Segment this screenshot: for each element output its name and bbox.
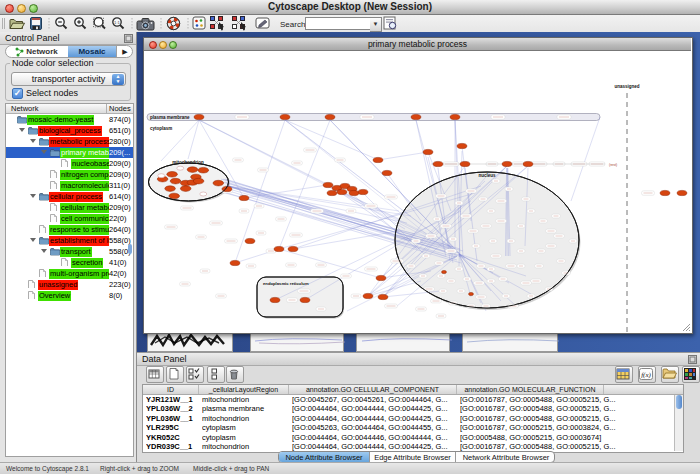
svg-text:cytoplasm: cytoplasm — [150, 126, 172, 131]
svg-text:endoplasmic reticulum: endoplasmic reticulum — [263, 281, 309, 286]
svg-text:unassigned: unassigned — [614, 84, 639, 89]
svg-text:(rest): (rest) — [609, 163, 617, 167]
svg-text:f(x): f(x) — [641, 371, 651, 379]
svg-text:1:1: 1:1 — [114, 20, 120, 25]
svg-text:plasma membrane: plasma membrane — [150, 115, 190, 120]
